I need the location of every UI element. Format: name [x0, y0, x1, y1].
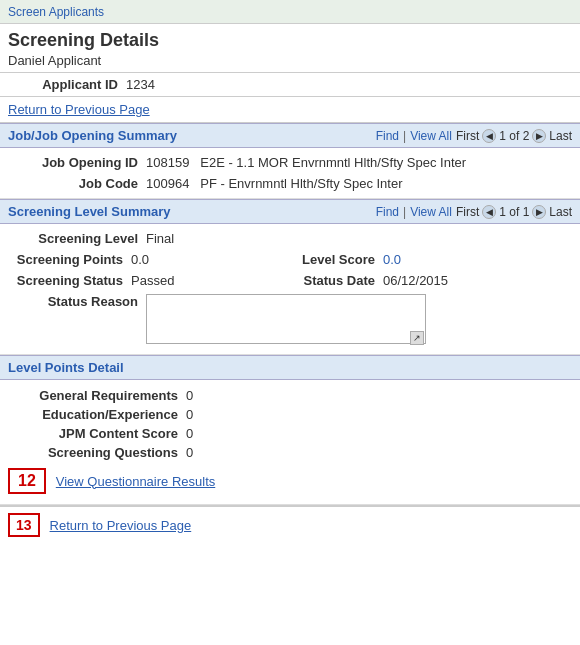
job-section-nav: Find | View All First ◀ 1 of 2 ▶ Last [376, 129, 572, 143]
screening-level-row: Screening Level Final [8, 228, 572, 249]
general-req-label: General Requirements [8, 388, 178, 403]
screening-status-value: Passed [131, 273, 174, 288]
job-section-header: Job/Job Opening Summary Find | View All … [0, 123, 580, 148]
screening-section-nav: Find | View All First ◀ 1 of 1 ▶ Last [376, 205, 572, 219]
education-exp-value: 0 [186, 407, 193, 422]
education-exp-row: Education/Experience 0 [8, 405, 572, 424]
screening-pager-text: 1 of 1 [499, 205, 529, 219]
screening-q-row: Screening Questions 0 [8, 443, 572, 462]
job-opening-id-num: 108159 [146, 155, 189, 170]
screening-q-label: Screening Questions [8, 445, 178, 460]
screening-pager: First ◀ 1 of 1 ▶ Last [456, 205, 572, 219]
general-req-row: General Requirements 0 [8, 386, 572, 405]
education-exp-label: Education/Experience [8, 407, 178, 422]
status-date-row: Screening Status Passed Status Date 06/1… [8, 270, 572, 291]
job-first-label: First [456, 129, 479, 143]
status-reason-textarea[interactable] [146, 294, 426, 344]
level-points-content: General Requirements 0 Education/Experie… [0, 380, 580, 504]
level-score-col: Level Score 0.0 [290, 252, 572, 267]
jpm-content-value: 0 [186, 426, 193, 441]
page-title: Screening Details [8, 30, 572, 51]
screening-q-value: 0 [186, 445, 193, 460]
job-code-desc: PF - Envrnmntl Hlth/Sfty Spec Inter [200, 176, 402, 191]
status-date-label: Status Date [290, 273, 375, 288]
job-section-title: Job/Job Opening Summary [8, 128, 177, 143]
top-return-link-bar: Return to Previous Page [0, 97, 580, 123]
status-reason-label: Status Reason [8, 294, 138, 309]
screening-status-label: Screening Status [8, 273, 123, 288]
job-code-num: 100964 [146, 176, 189, 191]
questionnaire-step-badge: 12 [8, 468, 46, 494]
applicant-id-value: 1234 [126, 77, 155, 92]
applicant-name: Daniel Applicant [8, 53, 572, 68]
bottom-return-link[interactable]: Return to Previous Page [50, 518, 192, 533]
job-find-link[interactable]: Find [376, 129, 399, 143]
screening-find-link[interactable]: Find [376, 205, 399, 219]
level-points-section: General Requirements 0 Education/Experie… [0, 380, 580, 505]
job-code-row: Job Code 100964 PF - Envrnmntl Hlth/Sfty… [8, 173, 572, 194]
screening-prev-arrow[interactable]: ◀ [482, 205, 496, 219]
screening-nav-sep: | [403, 205, 406, 219]
general-req-value: 0 [186, 388, 193, 403]
screening-level-label: Screening Level [8, 231, 138, 246]
job-code-label: Job Code [8, 176, 138, 191]
screening-next-arrow[interactable]: ▶ [532, 205, 546, 219]
screening-points-label: Screening Points [8, 252, 123, 267]
screening-first-label: First [456, 205, 479, 219]
level-points-title: Level Points Detail [8, 360, 124, 375]
job-opening-id-value: 108159 E2E - 1.1 MOR Envrnmntl Hlth/Sfty… [146, 155, 466, 170]
job-prev-arrow[interactable]: ◀ [482, 129, 496, 143]
job-code-value: 100964 PF - Envrnmntl Hlth/Sfty Spec Int… [146, 176, 403, 191]
bottom-return-bar: 13 Return to Previous Page [0, 506, 580, 543]
status-reason-row: Status Reason ↗ [8, 291, 572, 350]
jpm-content-row: JPM Content Score 0 [8, 424, 572, 443]
jpm-content-label: JPM Content Score [8, 426, 178, 441]
status-reason-wrapper: ↗ [146, 294, 426, 347]
questionnaire-link[interactable]: View Questionnaire Results [56, 474, 215, 489]
expand-icon[interactable]: ↗ [410, 331, 424, 345]
top-return-link[interactable]: Return to Previous Page [8, 102, 150, 117]
job-last-label: Last [549, 129, 572, 143]
screening-last-label: Last [549, 205, 572, 219]
job-pager-text: 1 of 2 [499, 129, 529, 143]
screening-points-value: 0.0 [131, 252, 149, 267]
page-header: Screening Details Daniel Applicant [0, 24, 580, 73]
applicant-id-label: Applicant ID [8, 77, 118, 92]
status-date-value: 06/12/2015 [383, 273, 448, 288]
points-score-row: Screening Points 0.0 Level Score 0.0 [8, 249, 572, 270]
applicant-id-row: Applicant ID 1234 [0, 73, 580, 97]
screening-points-col: Screening Points 0.0 [8, 252, 290, 267]
screening-level-value: Final [146, 231, 174, 246]
job-opening-id-label: Job Opening ID [8, 155, 138, 170]
breadcrumb-link[interactable]: Screen Applicants [8, 5, 104, 19]
level-score-value: 0.0 [383, 252, 401, 267]
job-opening-id-row: Job Opening ID 108159 E2E - 1.1 MOR Envr… [8, 152, 572, 173]
screening-view-all-link[interactable]: View All [410, 205, 452, 219]
job-nav-sep: | [403, 129, 406, 143]
job-view-all-link[interactable]: View All [410, 129, 452, 143]
status-date-col: Status Date 06/12/2015 [290, 273, 572, 288]
level-score-label: Level Score [290, 252, 375, 267]
job-next-arrow[interactable]: ▶ [532, 129, 546, 143]
screening-status-col: Screening Status Passed [8, 273, 290, 288]
job-section-content: Job Opening ID 108159 E2E - 1.1 MOR Envr… [0, 148, 580, 199]
questionnaire-row: 12 View Questionnaire Results [8, 462, 572, 498]
screening-section-content: Screening Level Final Screening Points 0… [0, 224, 580, 355]
level-points-section-header: Level Points Detail [0, 355, 580, 380]
job-pager: First ◀ 1 of 2 ▶ Last [456, 129, 572, 143]
screening-section-title: Screening Level Summary [8, 204, 171, 219]
job-opening-id-desc: E2E - 1.1 MOR Envrnmntl Hlth/Sfty Spec I… [200, 155, 466, 170]
screening-section-header: Screening Level Summary Find | View All … [0, 199, 580, 224]
bottom-step-badge: 13 [8, 513, 40, 537]
breadcrumb-bar: Screen Applicants [0, 0, 580, 24]
